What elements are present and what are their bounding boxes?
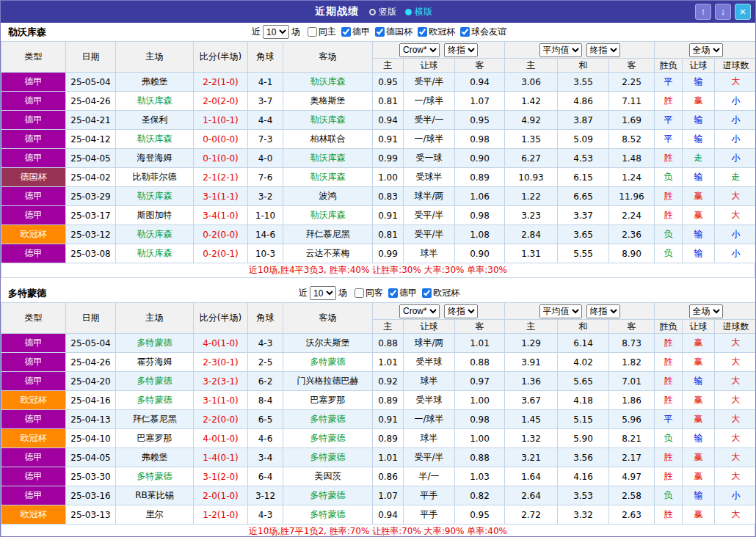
eu-away-odds: 11.96 [609, 187, 655, 206]
ah-home-odds: 0.91 [373, 206, 404, 225]
recent-count-select[interactable]: 10 [263, 25, 289, 39]
away-team: 多特蒙德 [283, 486, 373, 505]
home-team: 海登海姆 [116, 149, 194, 168]
europe-source-select[interactable]: 平均值 [539, 43, 582, 57]
match-score: 0-0(0-0) [194, 130, 248, 149]
eu-draw-odds: 3.53 [558, 486, 609, 505]
ah-home-odds: 0.83 [373, 187, 404, 206]
league-badge: 德国杯 [1, 168, 66, 187]
match-score: 0-2(0-0) [194, 225, 248, 244]
ah-line: 受平/半 [404, 225, 455, 244]
filter-checkbox-1[interactable]: 德甲 [388, 287, 417, 299]
home-team: 霍芬海姆 [116, 353, 194, 372]
move-down-button[interactable]: ↓ [715, 4, 731, 20]
column-header: 客 [455, 320, 505, 334]
result-outcome: 胜 [655, 353, 683, 372]
eu-home-odds: 3.21 [505, 448, 558, 467]
checkbox-input[interactable] [422, 288, 432, 298]
away-team: 多特蒙德 [283, 505, 373, 525]
handicap-stage-select[interactable]: 终指 [444, 43, 478, 57]
ah-home-odds: 0.94 [373, 111, 404, 130]
checkbox-input[interactable] [388, 288, 398, 298]
away-team: 拜仁慕尼黑 [283, 225, 373, 244]
result-handicap: 赢 [683, 92, 715, 111]
match-score: 3-2(3-1) [194, 372, 248, 391]
europe-source-select[interactable]: 平均值 [539, 304, 582, 318]
checkbox-input[interactable] [460, 27, 470, 37]
ah-line: 受平/半 [404, 206, 455, 225]
scope-select[interactable]: 全场 [689, 43, 723, 57]
summary-row: 近10场,胜7平1负2, 胜率:70% 让胜率:70% 大率:90% 单率:40… [1, 525, 755, 537]
away-team: 勒沃库森 [283, 73, 373, 92]
handicap-source-select[interactable]: Crow* [399, 43, 440, 57]
away-team: 美因茨 [283, 467, 373, 486]
match-date: 25-04-10 [66, 429, 116, 448]
radio-icon [369, 9, 376, 15]
result-goals: 小 [715, 225, 756, 244]
filter-checkbox-4[interactable]: 球会友谊 [460, 26, 506, 38]
result-goals: 大 [715, 391, 756, 410]
match-score: 1-2(1-0) [194, 505, 248, 525]
filter-checkbox-1[interactable]: 德甲 [341, 26, 370, 38]
match-score: 0-1(0-0) [194, 149, 248, 168]
league-badge: 德甲 [1, 244, 66, 263]
layout-option-label: 横版 [415, 6, 432, 18]
move-up-button[interactable]: ↑ [695, 4, 711, 20]
home-team: 里尔 [116, 505, 194, 525]
eu-home-odds: 3.67 [505, 391, 558, 410]
away-team: 巴塞罗那 [283, 391, 373, 410]
checkbox-input[interactable] [355, 288, 364, 298]
europe-stage-select[interactable]: 终指 [586, 43, 620, 57]
corner-score: 4-3 [248, 334, 283, 353]
recent-count-select[interactable]: 10 [310, 286, 336, 300]
ah-home-odds: 1.07 [373, 486, 404, 505]
filter-checkbox-0[interactable]: 同客 [355, 287, 383, 299]
ah-home-odds: 0.94 [373, 505, 404, 525]
column-header: 主 [505, 320, 558, 334]
match-score: 2-2(1-0) [194, 73, 248, 92]
layout-option-vertical[interactable]: 竖版 [369, 6, 396, 18]
odds-group-header: 全场 [655, 42, 756, 59]
match-score: 1-1(0-1) [194, 111, 248, 130]
eu-away-odds: 8.21 [609, 429, 655, 448]
ah-home-odds: 0.91 [373, 410, 404, 429]
filter-checkbox-2[interactable]: 欧冠杯 [422, 287, 459, 299]
eu-draw-odds: 5.90 [558, 429, 609, 448]
handicap-source-select[interactable]: Crow* [399, 304, 440, 318]
match-row: 欧冠杯25-03-12勒沃库森0-2(0-0)14-6拜仁慕尼黑0.81受平/半… [1, 225, 756, 244]
match-score: 3-4(1-0) [194, 206, 248, 225]
odds-group-header: Crow*终指 [373, 42, 505, 59]
scope-select[interactable]: 全场 [689, 304, 723, 318]
match-date: 25-04-21 [66, 111, 116, 130]
eu-home-odds: 3.06 [505, 73, 558, 92]
home-team: RB莱比锡 [116, 486, 194, 505]
match-row: 德甲25-03-16RB莱比锡2-0(1-0)3-12多特蒙德1.07平手0.8… [1, 486, 756, 505]
filter-checkbox-0[interactable]: 同主 [308, 26, 336, 38]
column-header: 日期 [66, 303, 116, 334]
eu-draw-odds: 3.37 [558, 206, 609, 225]
match-date: 25-03-13 [66, 505, 116, 525]
close-icon: × [740, 5, 746, 18]
filter-checkbox-3[interactable]: 欧冠杯 [418, 26, 455, 38]
checkbox-input[interactable] [375, 27, 385, 37]
games-label: 场 [338, 287, 347, 299]
checkbox-input[interactable] [308, 27, 317, 37]
column-header: 和 [558, 320, 609, 334]
checkbox-input[interactable] [341, 27, 351, 37]
result-outcome: 胜 [655, 187, 683, 206]
filter-checkbox-2[interactable]: 德国杯 [375, 26, 412, 38]
column-header: 主场 [116, 303, 194, 334]
match-date: 25-04-12 [66, 130, 116, 149]
ah-home-odds: 0.89 [373, 391, 404, 410]
corner-score: 3-4 [248, 448, 283, 467]
home-team: 弗赖堡 [116, 448, 194, 467]
column-header: 让球 [683, 59, 715, 73]
handicap-stage-select[interactable]: 终指 [444, 304, 478, 318]
layout-option-horizontal[interactable]: 横版 [405, 6, 432, 18]
result-handicap: 赢 [683, 467, 715, 486]
result-goals: 小 [715, 111, 756, 130]
checkbox-input[interactable] [418, 27, 427, 37]
close-button[interactable]: × [735, 4, 751, 20]
europe-stage-select[interactable]: 终指 [586, 304, 620, 318]
titlebar-center: 近期战绩 竖版横版 [315, 5, 441, 18]
